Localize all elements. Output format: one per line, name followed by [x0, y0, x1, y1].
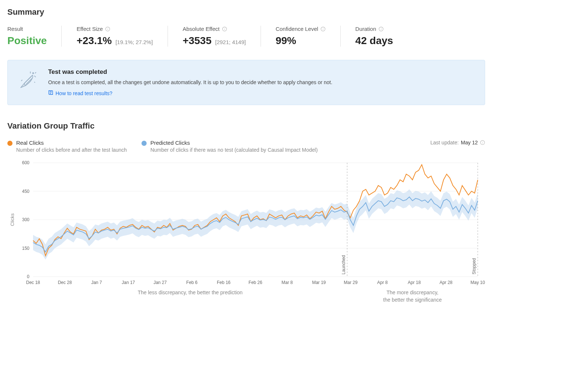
summary-title: Summary: [7, 7, 485, 17]
svg-text:Feb 16: Feb 16: [217, 280, 231, 285]
last-update: Last update: May 12 i: [430, 140, 485, 145]
metric-confidence-value: 99%: [276, 35, 326, 47]
test-completed-callout: Test was completed Once a test is comple…: [7, 60, 485, 105]
callout-text: Once a test is completed, all the change…: [48, 79, 349, 86]
svg-text:Jan 17: Jan 17: [122, 280, 135, 285]
svg-text:Dec 18: Dec 18: [26, 280, 40, 285]
svg-text:Feb 6: Feb 6: [186, 280, 198, 285]
svg-text:Clicks: Clicks: [10, 213, 15, 226]
chart-legend: Real Clicks Number of clicks before and …: [7, 140, 318, 154]
svg-text:May 10: May 10: [470, 280, 485, 285]
metric-effect-size: Effect Size i +23.1% [19.1%; 27.2%]: [61, 26, 167, 47]
info-icon[interactable]: i: [222, 26, 227, 32]
legend-swatch-orange: [7, 141, 12, 146]
metric-effect-size-value: +23.1% [19.1%; 27.2%]: [76, 35, 153, 47]
info-icon[interactable]: i: [379, 26, 384, 32]
svg-text:Feb 26: Feb 26: [248, 280, 262, 285]
metric-confidence-label: Confidence Level i: [276, 26, 326, 32]
confetti-icon: [17, 68, 39, 90]
metric-result-label: Result: [7, 26, 47, 32]
metric-absolute-effect: Absolute Effect i +3535 [2921; 4149]: [168, 26, 261, 47]
svg-point-8: [33, 73, 34, 74]
book-icon: [48, 90, 53, 96]
svg-text:i: i: [482, 141, 483, 144]
how-to-read-link[interactable]: How to read test results?: [48, 90, 112, 96]
svg-text:i: i: [107, 27, 108, 30]
svg-text:The less discrepancy, the bett: The less discrepancy, the better the pre…: [138, 289, 243, 295]
svg-text:300: 300: [22, 217, 29, 222]
svg-text:Jan 27: Jan 27: [154, 280, 167, 285]
info-icon[interactable]: i: [320, 26, 326, 32]
line-chart: 0150300450600ClicksDec 18Dec 28Jan 7Jan …: [7, 159, 485, 306]
svg-text:the better the significance: the better the significance: [383, 297, 442, 303]
svg-text:i: i: [323, 27, 323, 30]
svg-text:Dec 28: Dec 28: [58, 280, 72, 285]
chart-title: Variation Group Traffic: [7, 121, 485, 131]
metric-duration: Duration i 42 days: [340, 26, 408, 47]
svg-text:Apr 28: Apr 28: [440, 280, 453, 285]
svg-text:Mar 29: Mar 29: [344, 280, 358, 285]
svg-text:Mar 8: Mar 8: [282, 280, 293, 285]
info-icon[interactable]: i: [480, 140, 485, 145]
legend-predicted-clicks: Predicted Clicks Number of clicks if the…: [141, 140, 318, 154]
info-icon[interactable]: i: [105, 26, 110, 32]
metric-confidence: Confidence Level i 99%: [261, 26, 340, 47]
svg-text:150: 150: [22, 245, 29, 251]
svg-text:The more discrepancy,: The more discrepancy,: [387, 289, 438, 295]
metric-absolute-effect-label: Absolute Effect i: [183, 26, 246, 32]
svg-text:Jan 7: Jan 7: [91, 280, 102, 285]
svg-text:Apr 8: Apr 8: [377, 280, 388, 285]
metric-duration-label: Duration i: [355, 26, 393, 32]
svg-text:450: 450: [22, 188, 29, 194]
metric-effect-size-label: Effect Size i: [76, 26, 153, 32]
legend-real-clicks: Real Clicks Number of clicks before and …: [7, 140, 127, 154]
legend-swatch-blue: [141, 141, 147, 146]
svg-text:i: i: [224, 27, 225, 30]
metric-result-value: Positive: [7, 35, 47, 47]
svg-text:Stopped: Stopped: [472, 258, 477, 274]
svg-text:Mar 19: Mar 19: [312, 280, 326, 285]
metric-absolute-effect-value: +3535 [2921; 4149]: [183, 35, 246, 47]
callout-title: Test was completed: [48, 68, 475, 76]
svg-text:i: i: [380, 27, 381, 30]
svg-text:Launched: Launched: [341, 255, 346, 274]
summary-metrics: Result Positive Effect Size i +23.1% [19…: [7, 26, 485, 47]
svg-text:0: 0: [27, 274, 29, 279]
metric-duration-value: 42 days: [355, 35, 393, 47]
svg-text:Apr 18: Apr 18: [408, 280, 421, 285]
svg-text:600: 600: [22, 160, 29, 165]
metric-result: Result Positive: [7, 26, 61, 47]
